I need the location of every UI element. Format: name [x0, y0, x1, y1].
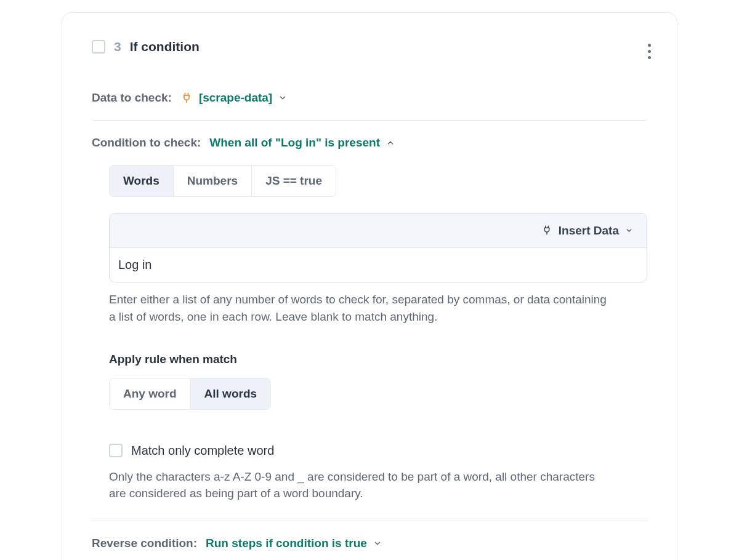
reverse-condition-select[interactable]: Run steps if condition is true: [206, 535, 382, 552]
condition-type-tabs: Words Numbers JS == true: [109, 165, 336, 197]
tab-all-words[interactable]: All words: [191, 378, 271, 409]
chevron-down-icon: [625, 226, 633, 234]
apply-rule-label: Apply rule when match: [109, 351, 647, 368]
plug-icon: [180, 92, 193, 104]
condition-to-check-row: Condition to check: When all of "Log in"…: [92, 134, 647, 165]
condition-to-check-value: When all of "Log in" is present: [209, 134, 380, 151]
condition-to-check-select[interactable]: When all of "Log in" is present: [209, 134, 395, 151]
tab-any-word[interactable]: Any word: [110, 378, 191, 409]
data-to-check-value: [scrape-data]: [199, 89, 272, 106]
tab-numbers[interactable]: Numbers: [174, 166, 252, 196]
reverse-condition-label: Reverse condition:: [92, 535, 197, 552]
step-header: 3 If condition: [92, 38, 647, 56]
step-checkbox[interactable]: [92, 40, 105, 54]
divider: [92, 120, 647, 121]
step-number: 3: [114, 38, 121, 56]
tab-words[interactable]: Words: [110, 166, 174, 196]
plug-icon: [541, 225, 552, 236]
chevron-up-icon: [386, 138, 395, 147]
tab-js[interactable]: JS == true: [252, 166, 336, 196]
chevron-down-icon: [278, 94, 287, 102]
complete-word-row: Match only complete word: [109, 442, 647, 460]
insert-data-button[interactable]: Insert Data: [541, 222, 633, 239]
insert-data-label: Insert Data: [559, 222, 619, 239]
data-to-check-row: Data to check: [scrape-data]: [92, 89, 647, 120]
data-to-check-label: Data to check:: [92, 89, 172, 106]
condition-panel: Words Numbers JS == true Insert Data: [92, 165, 647, 502]
more-menu-button[interactable]: [644, 40, 655, 63]
words-input-toolbar: Insert Data: [110, 214, 647, 249]
complete-word-checkbox[interactable]: [109, 444, 123, 457]
step-card: 3 If condition Data to check: [scrape-da…: [62, 12, 677, 560]
words-input[interactable]: [110, 248, 647, 282]
condition-to-check-label: Condition to check:: [92, 134, 201, 151]
complete-word-help: Only the characters a-z A-Z 0-9 and _ ar…: [109, 468, 614, 502]
reverse-condition-value: Run steps if condition is true: [206, 535, 367, 552]
words-help-text: Enter either a list of any number of wor…: [109, 291, 614, 325]
data-to-check-select[interactable]: [scrape-data]: [180, 89, 287, 106]
step-title: If condition: [130, 38, 200, 56]
words-input-box: Insert Data: [109, 213, 647, 283]
apply-rule-tabs: Any word All words: [109, 378, 271, 410]
reverse-condition-row: Reverse condition: Run steps if conditio…: [92, 535, 647, 552]
divider: [92, 521, 647, 521]
complete-word-label: Match only complete word: [131, 442, 274, 460]
chevron-down-icon: [373, 539, 382, 548]
